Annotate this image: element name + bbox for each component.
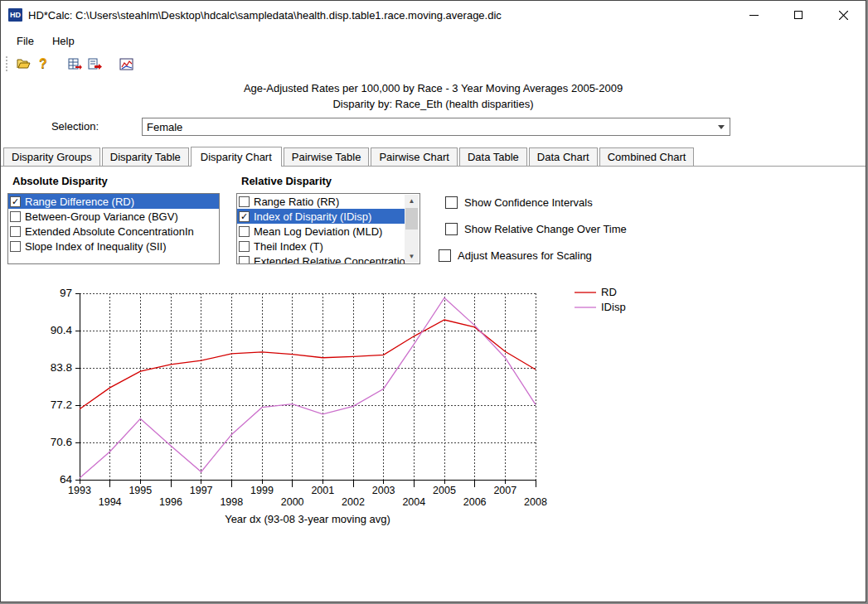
svg-text:1997: 1997 bbox=[190, 485, 213, 496]
close-icon bbox=[839, 11, 848, 20]
list-item-label: Slope Index of Inequality (SII) bbox=[25, 240, 167, 253]
tab-pairwise-chart[interactable]: Pairwise Chart bbox=[371, 147, 458, 166]
list-item-mean-log-deviation[interactable]: Mean Log Deviation (MLD) bbox=[237, 224, 405, 239]
maximize-icon bbox=[794, 11, 803, 19]
checkbox-icon[interactable] bbox=[10, 211, 21, 222]
relative-disparity-listbox: Range Ratio (RR) Index of Disparity (IDi… bbox=[236, 193, 420, 264]
svg-text:2001: 2001 bbox=[311, 485, 334, 496]
report-title: Age-Adjusted Rates per 100,000 by Race -… bbox=[1, 80, 866, 96]
option-label: Show Relative Change Over Time bbox=[464, 223, 627, 235]
checkbox-icon[interactable] bbox=[10, 226, 21, 237]
svg-text:1999: 1999 bbox=[250, 485, 274, 496]
option-adjust-measures[interactable]: Adjust Measures for Scaling bbox=[439, 249, 592, 262]
svg-text:2008: 2008 bbox=[524, 496, 547, 508]
tab-data-table[interactable]: Data Table bbox=[459, 147, 527, 166]
list-item-extended-relative-concentration[interactable]: Extended Relative Concentratio bbox=[237, 254, 405, 264]
checkbox-icon[interactable] bbox=[445, 196, 458, 209]
tab-pairwise-table[interactable]: Pairwise Table bbox=[284, 147, 370, 166]
export-report-icon bbox=[88, 58, 102, 70]
export-table-icon bbox=[68, 58, 82, 70]
window-title: HD*Calc: C:\Users\steahlm\Desktop\hdcalc… bbox=[28, 9, 731, 22]
report-subtitle: Disparity by: Race_Eth (health dispariti… bbox=[1, 96, 866, 112]
svg-text:2003: 2003 bbox=[372, 485, 395, 496]
checkbox-icon[interactable] bbox=[10, 196, 21, 207]
svg-text:1996: 1996 bbox=[159, 496, 182, 508]
toolbar-gripper bbox=[6, 56, 9, 71]
toolbar: ? bbox=[1, 52, 866, 75]
svg-text:1993: 1993 bbox=[68, 485, 91, 496]
checkbox-icon[interactable] bbox=[239, 241, 250, 252]
relative-disparity-heading: Relative Disparity bbox=[241, 175, 332, 187]
export-table-button[interactable] bbox=[65, 55, 84, 73]
list-item-label: Extended Relative Concentratio bbox=[254, 255, 405, 265]
list-item-extended-absolute-concentration[interactable]: Extended Absolute ConcentrationIn bbox=[8, 224, 219, 239]
svg-text:2007: 2007 bbox=[493, 485, 516, 496]
tab-combined-chart[interactable]: Combined Chart bbox=[599, 147, 695, 166]
svg-text:83.8: 83.8 bbox=[51, 361, 72, 374]
option-label: Show Confidence Intervals bbox=[464, 196, 593, 209]
list-item-label: Theil Index (T) bbox=[254, 240, 323, 253]
list-item-index-of-disparity[interactable]: Index of Disparity (IDisp) bbox=[237, 209, 405, 224]
tab-disparity-table[interactable]: Disparity Table bbox=[102, 147, 189, 166]
dropdown-button[interactable] bbox=[713, 118, 730, 135]
checkbox-icon[interactable] bbox=[239, 196, 250, 207]
svg-text:97: 97 bbox=[60, 287, 72, 299]
list-item-theil-index[interactable]: Theil Index (T) bbox=[237, 239, 405, 254]
tab-disparity-groups[interactable]: Disparity Groups bbox=[3, 147, 100, 166]
list-item-label: Range Ratio (RR) bbox=[254, 196, 339, 208]
tab-data-chart[interactable]: Data Chart bbox=[529, 147, 598, 166]
svg-text:2002: 2002 bbox=[342, 496, 365, 508]
menu-file[interactable]: File bbox=[7, 31, 43, 51]
selection-label: Selection: bbox=[1, 120, 99, 133]
absolute-disparity-heading: Absolute Disparity bbox=[12, 175, 108, 187]
svg-text:RD: RD bbox=[601, 286, 617, 298]
checkbox-icon[interactable] bbox=[445, 223, 458, 235]
option-show-confidence-intervals[interactable]: Show Confidence Intervals bbox=[445, 196, 593, 209]
checkbox-icon[interactable] bbox=[239, 256, 250, 265]
svg-text:Year dx (93-08 3-year moving a: Year dx (93-08 3-year moving avg) bbox=[225, 513, 390, 525]
minimize-button[interactable] bbox=[731, 1, 776, 29]
svg-text:2006: 2006 bbox=[463, 496, 487, 508]
listbox-scrollbar[interactable]: ▲ ▼ bbox=[405, 195, 419, 263]
tab-disparity-chart[interactable]: Disparity Chart bbox=[191, 147, 282, 167]
chevron-down-icon bbox=[718, 125, 725, 129]
checkbox-icon[interactable] bbox=[10, 241, 21, 252]
chart-button[interactable] bbox=[117, 55, 135, 73]
menu-help[interactable]: Help bbox=[43, 31, 84, 51]
close-button[interactable] bbox=[821, 1, 866, 29]
export-report-button[interactable] bbox=[85, 55, 104, 73]
list-item-label: Index of Disparity (IDisp) bbox=[254, 210, 371, 223]
selection-value: Female bbox=[143, 121, 713, 133]
list-item-range-ratio[interactable]: Range Ratio (RR) bbox=[237, 194, 405, 209]
app-window: HD HD*Calc: C:\Users\steahlm\Desktop\hdc… bbox=[0, 0, 866, 602]
list-item-range-difference[interactable]: Range Difference (RD) bbox=[8, 194, 219, 209]
svg-text:IDisp: IDisp bbox=[601, 301, 626, 313]
scroll-up-icon[interactable]: ▲ bbox=[405, 195, 419, 207]
option-show-relative-change[interactable]: Show Relative Change Over Time bbox=[445, 223, 627, 235]
scroll-down-icon[interactable]: ▼ bbox=[405, 250, 419, 263]
absolute-disparity-listbox: Range Difference (RD) Between-Group Vari… bbox=[7, 193, 220, 264]
help-button[interactable]: ? bbox=[34, 55, 52, 73]
list-item-label: Between-Group Variance (BGV) bbox=[25, 210, 178, 223]
maximize-button[interactable] bbox=[776, 1, 821, 29]
svg-text:2000: 2000 bbox=[281, 496, 304, 508]
chart-icon bbox=[119, 58, 133, 70]
selection-dropdown[interactable]: Female bbox=[142, 118, 730, 136]
checkbox-icon[interactable] bbox=[439, 249, 451, 262]
list-item-between-group-variance[interactable]: Between-Group Variance (BGV) bbox=[8, 209, 219, 224]
checkbox-icon[interactable] bbox=[239, 226, 250, 237]
list-item-label: Extended Absolute ConcentrationIn bbox=[25, 225, 194, 238]
disparity-chart: 6470.677.283.890.49719931994199519961997… bbox=[9, 273, 664, 539]
svg-text:77.2: 77.2 bbox=[51, 399, 72, 411]
option-label: Adjust Measures for Scaling bbox=[458, 249, 592, 262]
menubar: File Help bbox=[1, 29, 866, 52]
list-item-slope-index[interactable]: Slope Index of Inequality (SII) bbox=[8, 239, 219, 254]
help-icon: ? bbox=[39, 57, 47, 70]
checkbox-icon[interactable] bbox=[239, 211, 250, 222]
open-file-icon bbox=[17, 58, 31, 70]
list-item-label: Range Difference (RD) bbox=[25, 196, 134, 208]
svg-text:1995: 1995 bbox=[129, 485, 152, 496]
svg-text:64: 64 bbox=[60, 473, 73, 486]
open-file-button[interactable] bbox=[14, 55, 32, 73]
scroll-thumb[interactable] bbox=[405, 208, 418, 230]
